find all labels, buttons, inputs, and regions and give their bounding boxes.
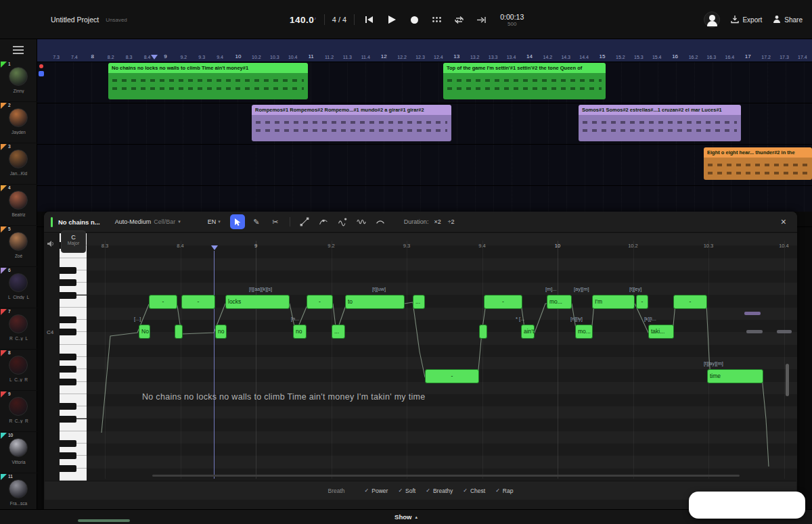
track-avatar[interactable] [9,273,28,292]
track-avatar[interactable] [9,67,28,86]
editor-clip-name[interactable]: No chains n... [58,218,100,226]
monitor-indicator[interactable] [39,71,44,76]
editor-ruler-tick[interactable]: 10.2 [628,243,638,249]
vertical-scrollbar[interactable] [786,364,789,396]
sidebar-track-item[interactable]: 8L_C..y_R [0,350,37,391]
track-avatar[interactable] [9,232,28,251]
note[interactable] [479,325,487,339]
track-avatar[interactable] [9,149,28,168]
timeline-ruler-tick[interactable]: 11 [308,53,313,59]
editor-ruler-tick[interactable]: 8.4 [177,243,183,249]
timeline-ruler-tick[interactable]: 7.4 [71,55,78,59]
timeline-ruler-tick[interactable]: 12.4 [434,55,443,59]
note[interactable]: ain't [521,325,535,339]
track-avatar[interactable] [9,397,28,416]
sidebar-track-item[interactable]: 10Vittoria [0,432,37,473]
timeline-ruler-tick[interactable]: 11.3 [343,55,352,59]
timeline-ruler-tick[interactable]: 15.3 [634,55,644,59]
account-avatar[interactable] [704,11,720,28]
pointer-tool[interactable] [230,214,245,229]
piano-black-key[interactable] [60,292,76,299]
phoneme-label[interactable]: [ay][m] [574,286,589,292]
pencil-tool[interactable]: ✎ [249,214,264,229]
note[interactable]: no [293,325,307,339]
vocal-mode-power[interactable]: ✓Power [365,487,388,494]
note[interactable]: - [149,295,177,309]
timeline-ruler-tick[interactable]: 16.2 [689,55,698,59]
timeline-ruler-tick[interactable]: 13.3 [489,55,498,59]
vocal-mode-soft[interactable]: ✓Soft [398,487,415,494]
phoneme-label[interactable]: [n][iy] [570,316,583,322]
timeline-ruler-tick[interactable]: 16.3 [707,55,717,59]
timeline-ruler-tick[interactable]: 12.3 [415,55,425,59]
editor-ruler-tick[interactable]: 9 [254,243,257,249]
phoneme-label[interactable]: [m]... [545,286,557,292]
record-button[interactable] [407,12,422,27]
timeline-ruler-tick[interactable]: 15 [600,53,606,59]
sidebar-track-item[interactable]: 6L_Cindy_L [0,267,37,308]
sidebar-track-item[interactable]: 9R_C..y_R [0,391,37,432]
menu-button[interactable] [13,46,24,54]
loop-button[interactable] [451,12,466,27]
timeline-ruler-tick[interactable]: 8.3 [126,55,133,59]
timeline-ruler-tick[interactable]: 8.4 [144,55,151,59]
vocal-mode-breath[interactable]: Breath [328,487,345,494]
brush-curve-tool[interactable] [335,214,350,229]
note[interactable]: taki... [648,325,674,339]
timeline-ruler-tick[interactable]: 14.2 [543,55,552,59]
phoneme-label[interactable]: [...] [134,316,141,322]
track-avatar[interactable] [9,191,28,210]
editor-ruler-tick[interactable]: 9.2 [328,243,334,249]
language-select[interactable]: EN ▾ [208,218,221,225]
piano-black-key[interactable] [60,440,76,447]
timeline-ruler-tick[interactable]: 17 [745,53,751,59]
piano-black-key[interactable] [60,267,76,274]
audition-icon[interactable] [47,238,55,250]
editor-ruler-tick[interactable]: 9.3 [403,243,410,249]
close-icon[interactable]: × [777,216,790,227]
piano-black-key[interactable] [60,354,76,360]
timeline-ruler-tick[interactable]: 9.2 [180,55,187,59]
pen-curve-tool[interactable] [316,214,331,229]
piano-black-key[interactable] [60,403,76,410]
timeline-ruler-tick[interactable]: 13 [453,53,459,59]
note-grid[interactable] [87,233,797,481]
note[interactable]: ... [332,325,345,339]
bottom-scrollbar-thumb[interactable] [78,519,130,522]
dots-grid-button[interactable] [429,12,444,27]
timeline-ruler-tick[interactable]: 16 [672,53,678,59]
timeline-ruler-tick[interactable]: 17.3 [780,55,789,59]
timeline-ruler-tick[interactable]: 16.4 [725,55,734,59]
playhead-marker[interactable] [151,55,158,59]
phoneme-label[interactable]: [t][ey] [629,286,641,292]
timeline-ruler-tick[interactable]: 13.2 [470,55,480,59]
timeline-ruler-tick[interactable]: 9.3 [198,55,205,59]
key-signature-box[interactable]: C Major [61,231,86,253]
smooth-tool[interactable] [373,214,388,229]
timeline-ruler-tick[interactable]: 14.4 [579,55,589,59]
track-avatar[interactable] [9,108,28,127]
notification-popup[interactable] [689,492,805,519]
arrangement-clip[interactable]: Eight o eight hear... thunder#2 in the [704,147,812,180]
track-avatar[interactable] [9,479,28,498]
arrangement-clip[interactable]: Somos#1 Somos#2 estrellas#...1 cruzan#2 … [579,105,741,141]
sidebar-track-item[interactable]: 4Beatriz [0,185,37,226]
track-avatar[interactable] [9,356,28,375]
arrangement-clip[interactable]: Rompemos#1 Rompemos#2 Rompemo...#1 mundo… [252,105,451,141]
goto-end-button[interactable] [474,12,489,27]
note[interactable]: mo... [547,295,572,309]
piano-black-key[interactable] [60,416,76,423]
note[interactable]: locks [225,295,290,309]
note[interactable]: - [425,369,479,383]
timeline-ruler-tick[interactable]: 7.3 [53,55,60,59]
timeline-ruler-tick[interactable]: 13.4 [507,55,516,59]
note[interactable]: - [484,295,522,309]
skip-start-button[interactable] [362,12,377,27]
timeline-ruler-tick[interactable]: 14 [526,53,533,59]
note[interactable]: time [707,369,763,383]
note[interactable]: - [636,295,648,309]
show-panel-button[interactable]: Show [394,513,411,521]
phoneme-label[interactable]: [n... [291,316,300,322]
timeline-ruler-tick[interactable]: 17.4 [798,55,807,59]
note[interactable]: - [181,295,215,309]
